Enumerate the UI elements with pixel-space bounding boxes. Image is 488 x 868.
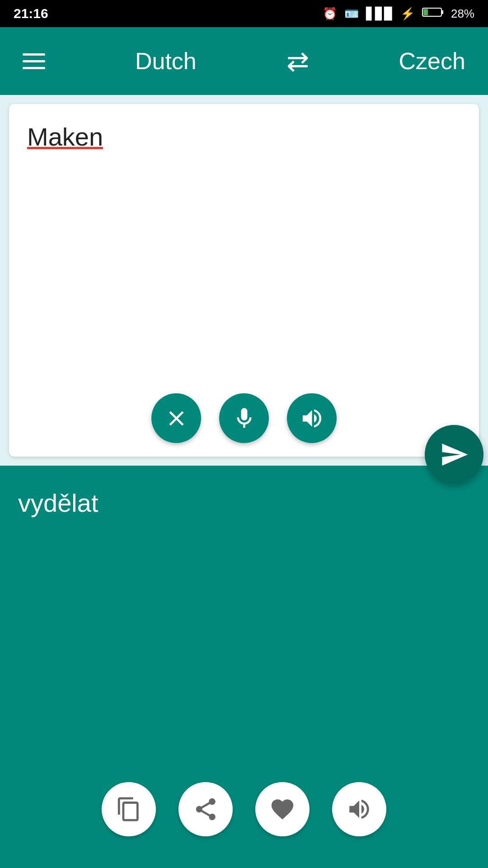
copy-button[interactable]: [102, 782, 156, 836]
signal-icon: ▋▊▉: [366, 7, 393, 21]
microphone-button[interactable]: [219, 393, 269, 443]
status-bar: 21:16 ⏰ 🪪 ▋▊▉ ⚡ 28%: [0, 0, 488, 27]
svg-rect-1: [441, 10, 443, 14]
status-icons: ⏰ 🪪 ▋▊▉ ⚡ 28%: [323, 7, 474, 21]
output-section: vydělat: [0, 466, 488, 868]
speak-translation-button[interactable]: [332, 782, 386, 836]
copy-icon: [116, 796, 142, 822]
input-controls: [27, 384, 461, 443]
volume-translation-icon: [346, 796, 372, 822]
charging-icon: ⚡: [400, 7, 415, 21]
sim-icon: 🪪: [344, 7, 359, 21]
menu-button[interactable]: [23, 53, 45, 69]
volume-icon: [300, 406, 324, 431]
send-icon: [440, 440, 469, 469]
send-button[interactable]: [425, 425, 483, 484]
battery-icon: [422, 7, 444, 21]
source-language[interactable]: Dutch: [135, 47, 197, 75]
target-language[interactable]: Czech: [399, 47, 465, 75]
speak-source-button[interactable]: [287, 393, 337, 443]
share-button[interactable]: [178, 782, 233, 836]
source-text-input[interactable]: Maken: [27, 122, 461, 384]
output-controls: [18, 769, 470, 850]
hamburger-line: [23, 60, 45, 62]
clear-button[interactable]: [151, 393, 201, 443]
close-icon: [164, 406, 189, 431]
main-content: Maken: [0, 95, 488, 868]
time: 21:16: [14, 6, 48, 21]
header: Dutch ⇄ Czech: [0, 27, 488, 95]
svg-rect-2: [423, 9, 428, 15]
heart-icon: [269, 796, 296, 822]
translated-text: vydělat: [18, 488, 470, 769]
input-section: Maken: [9, 104, 479, 457]
swap-languages-button[interactable]: ⇄: [286, 45, 309, 77]
alarm-icon: ⏰: [323, 7, 337, 21]
share-icon: [192, 796, 219, 822]
battery-percent: 28%: [451, 7, 474, 21]
favorite-button[interactable]: [255, 782, 310, 836]
hamburger-line: [23, 53, 45, 56]
microphone-icon: [232, 406, 257, 431]
hamburger-line: [23, 67, 45, 69]
